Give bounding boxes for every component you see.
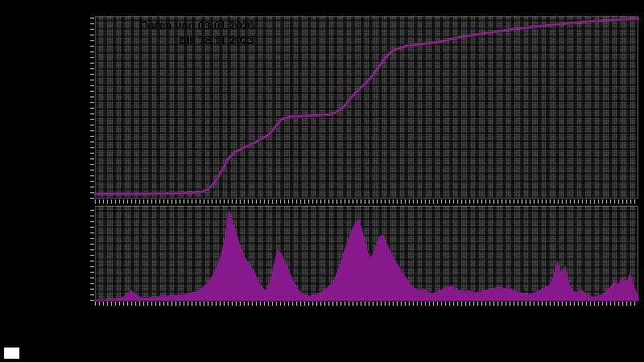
date-range-line2: bis 18.11.2023	[118, 33, 254, 47]
bottom-chart-x-axis-ticks	[95, 302, 638, 306]
date-range-line1: Daten von 03.01.2020	[118, 19, 254, 33]
top-chart-y-axis-ticks	[90, 16, 94, 199]
daily-histogram-plot	[95, 206, 638, 301]
chart-canvas: Daten von 03.01.2020 bis 18.11.2023	[0, 0, 644, 362]
daily-histogram-panel	[95, 206, 638, 301]
cumulative-line-chart-panel: Daten von 03.01.2020 bis 18.11.2023	[95, 16, 638, 199]
watermark-block	[4, 348, 19, 359]
top-chart-x-axis-ticks	[95, 200, 638, 204]
bottom-chart-y-axis-ticks	[90, 206, 94, 301]
date-range-annotation: Daten von 03.01.2020 bis 18.11.2023	[118, 19, 254, 47]
